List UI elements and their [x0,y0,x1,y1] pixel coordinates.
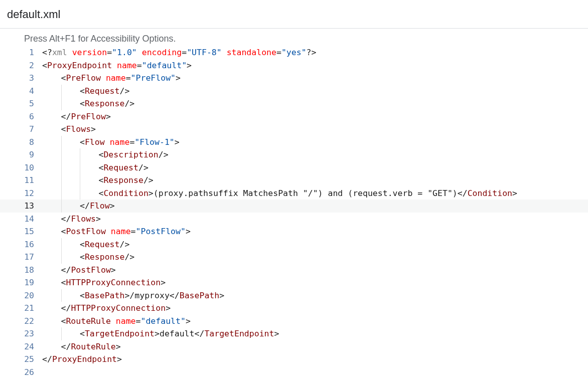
code-content[interactable]: </Flow> [80,200,588,213]
code-content[interactable]: <BasePath>/myproxy</BasePath> [80,289,588,302]
code-body[interactable]: 1<?xml version="1.0" encoding="UTF-8" st… [0,46,588,378]
token [101,73,106,83]
code-content[interactable]: <Description/> [99,148,589,161]
token: xml [52,48,72,57]
code-line[interactable]: 25</ProxyEndpoint> [0,353,588,366]
code-line[interactable]: 18</PostFlow> [0,264,588,277]
code-content[interactable]: <PostFlow name="PostFlow"> [61,225,589,238]
code-line[interactable]: 7<Flows> [0,123,588,136]
code-line[interactable]: 12<Condition>(proxy.pathsuffix MatchesPa… [0,187,588,200]
code-content[interactable]: </ProxyEndpoint> [42,353,588,366]
token: /> [159,150,169,159]
token: </ [458,188,468,198]
code-content[interactable]: </PreFlow> [61,110,589,123]
token: BasePath [180,291,219,300]
code-content[interactable]: <?xml version="1.0" encoding="UTF-8" sta… [42,46,588,59]
token: Flow [85,137,105,147]
code-line[interactable]: 4<Request/> [0,85,588,98]
token: < [99,150,104,159]
code-content[interactable]: <Response/> [80,251,588,264]
code-editor[interactable]: Press Alt+F1 for Accessibility Options. … [0,28,588,378]
code-line[interactable]: 8<Flow name="Flow-1"> [0,136,588,149]
token: Flows [71,214,96,224]
token: = [129,137,134,147]
token: < [99,188,104,198]
indent-guides [42,340,61,353]
code-line[interactable]: 23<TargetEndpoint>default</TargetEndpoin… [0,327,588,340]
line-number: 22 [0,315,42,328]
token: </ [61,214,71,224]
code-line[interactable]: 6</PreFlow> [0,110,588,123]
token: version [72,48,107,57]
token: Condition [103,188,148,198]
token: PreFlow [71,112,106,121]
code-line[interactable]: 14</Flows> [0,213,588,226]
line-number: 3 [0,72,42,85]
code-content[interactable]: <Request/> [80,85,588,98]
code-line[interactable]: 1<?xml version="1.0" encoding="UTF-8" st… [0,46,588,59]
code-content[interactable]: <Request/> [80,238,588,251]
code-content[interactable]: </Flows> [61,213,589,226]
indent-guides [42,187,99,200]
token: "PreFlow" [131,73,176,83]
token: > [155,329,160,338]
code-content[interactable]: <RouteRule name="default"> [61,315,589,328]
token: > [110,201,115,211]
code-content[interactable]: <Response/> [80,97,588,110]
code-line[interactable]: 15<PostFlow name="PostFlow"> [0,225,588,238]
code-line[interactable]: 10<Request/> [0,161,588,174]
code-content[interactable]: </HTTPProxyConnection> [61,302,589,315]
token: default [160,329,195,338]
code-line[interactable]: 24</RouteRule> [0,340,588,353]
code-content[interactable]: <Flows> [61,123,589,136]
code-line[interactable]: 21</HTTPProxyConnection> [0,302,588,315]
code-line[interactable]: 9<Description/> [0,148,588,161]
token: < [61,73,66,83]
code-content[interactable]: <PreFlow name="PreFlow"> [61,72,589,85]
code-line[interactable]: 26 [0,366,588,379]
indent-guides [42,302,61,315]
code-line[interactable]: 13</Flow> [0,200,588,213]
code-content[interactable]: <TargetEndpoint>default</TargetEndpoint> [80,327,588,340]
line-number: 26 [0,366,42,379]
token: = [131,227,136,236]
code-content[interactable]: </RouteRule> [61,340,589,353]
code-content[interactable]: <Condition>(proxy.pathsuffix MatchesPath… [99,187,589,200]
code-content[interactable] [42,366,588,379]
line-number: 6 [0,110,42,123]
token [111,316,116,326]
accessibility-hint: Press Alt+F1 for Accessibility Options. [0,34,588,46]
code-content[interactable]: <Flow name="Flow-1"> [80,136,588,149]
code-line[interactable]: 3<PreFlow name="PreFlow"> [0,72,588,85]
code-line[interactable]: 5<Response/> [0,97,588,110]
code-content[interactable]: <HTTPProxyConnection> [61,276,589,289]
token [112,61,117,70]
token: = [182,48,187,57]
token: > [187,61,192,70]
line-number: 21 [0,302,42,315]
line-number: 24 [0,340,42,353]
code-line[interactable]: 11<Response/> [0,174,588,187]
token: = [126,73,131,83]
token: /> [124,99,134,108]
token: TargetEndpoint [204,329,274,338]
line-number: 19 [0,276,42,289]
token: /> [143,175,154,185]
code-content[interactable]: <Request/> [99,161,589,174]
token: > [186,227,191,236]
code-line[interactable]: 17<Response/> [0,251,588,264]
token: standalone [227,48,276,57]
code-line[interactable]: 20<BasePath>/myproxy</BasePath> [0,289,588,302]
code-line[interactable]: 16<Request/> [0,238,588,251]
line-number: 13 [0,200,42,213]
code-content[interactable]: <Response/> [99,174,589,187]
code-line[interactable]: 22<RouteRule name="default"> [0,315,588,328]
code-content[interactable]: <ProxyEndpoint name="default"> [42,59,588,72]
code-line[interactable]: 2<ProxyEndpoint name="default"> [0,59,588,72]
line-number: 12 [0,187,42,200]
code-content[interactable]: </PostFlow> [61,264,589,277]
token: > [186,316,191,326]
code-line[interactable]: 19<HTTPProxyConnection> [0,276,588,289]
token: HTTPProxyConnection [71,303,166,313]
token: < [99,163,104,172]
